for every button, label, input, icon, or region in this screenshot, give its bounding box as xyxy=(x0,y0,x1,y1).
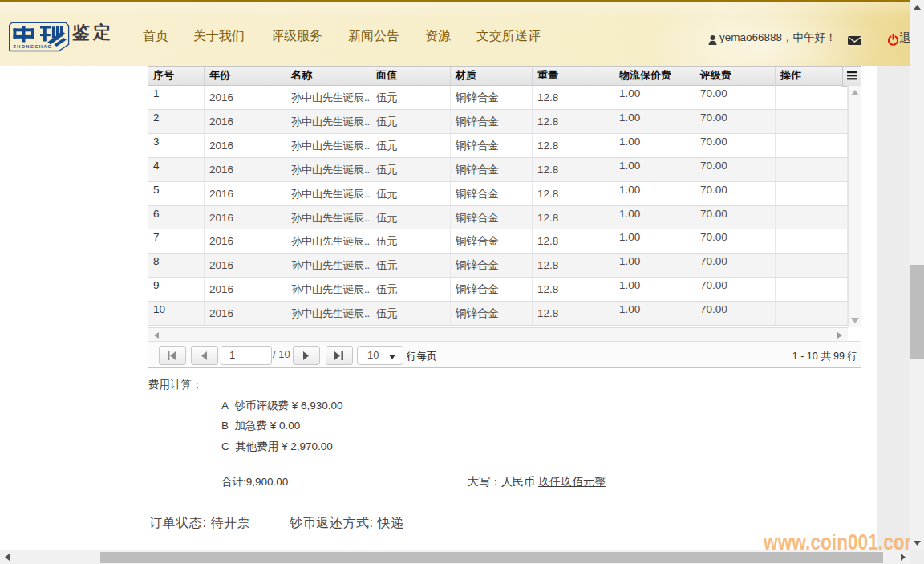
svg-text:ZHONGCHAO: ZHONGCHAO xyxy=(14,44,53,49)
